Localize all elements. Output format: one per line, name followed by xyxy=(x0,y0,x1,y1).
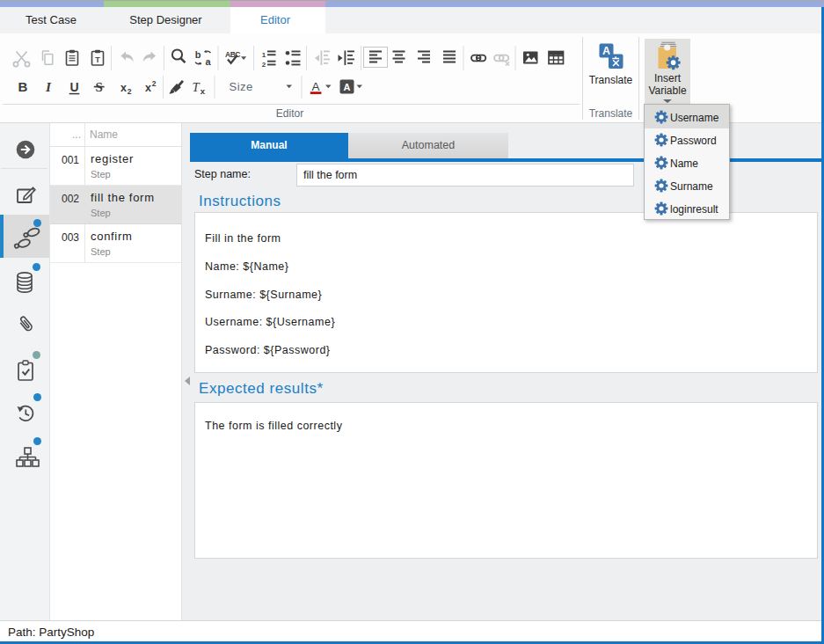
svg-text:a: a xyxy=(205,56,211,67)
svg-text:2: 2 xyxy=(152,79,157,88)
svg-text:Size: Size xyxy=(230,80,253,93)
svg-text:A: A xyxy=(344,82,351,92)
svg-text:T: T xyxy=(192,80,200,94)
svg-text:x: x xyxy=(120,82,127,94)
svg-text:x: x xyxy=(201,86,206,96)
svg-text:x: x xyxy=(145,82,151,94)
svg-text:U: U xyxy=(69,80,78,94)
svg-text:2: 2 xyxy=(262,61,266,69)
svg-text:A: A xyxy=(311,80,319,93)
svg-text:2: 2 xyxy=(128,87,132,96)
svg-text:1: 1 xyxy=(262,51,266,59)
svg-text:I: I xyxy=(45,79,52,94)
svg-text:ABC: ABC xyxy=(225,50,240,59)
svg-text:T: T xyxy=(95,55,100,64)
svg-text:b: b xyxy=(195,49,201,60)
svg-text:B: B xyxy=(18,79,27,94)
